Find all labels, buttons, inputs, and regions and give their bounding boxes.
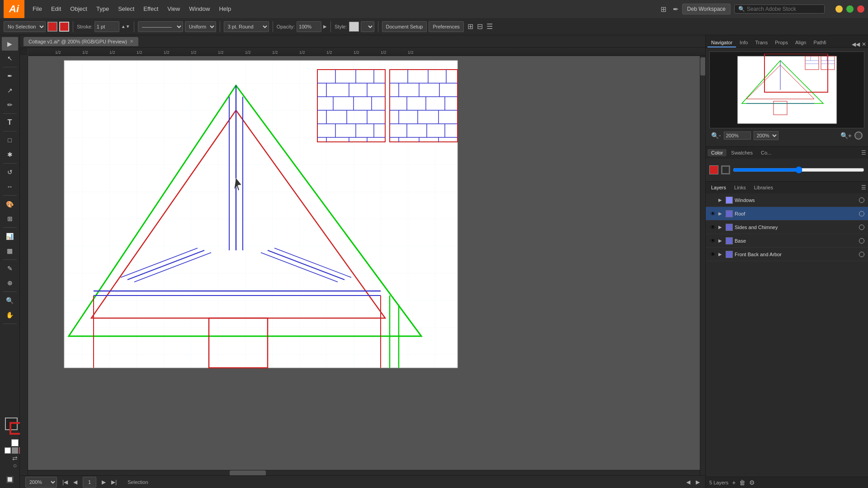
tool-chart[interactable]: 📊 xyxy=(2,230,18,243)
artboard-area[interactable] xyxy=(28,56,705,475)
stroke-color-swatch[interactable] xyxy=(59,22,69,32)
workspace-button[interactable]: Deb Workspace xyxy=(682,4,731,14)
layer-target-windows[interactable] xyxy=(859,197,864,203)
tool-star[interactable]: ✱ xyxy=(2,148,18,161)
nav-next[interactable]: ▶ xyxy=(102,479,106,485)
tool-rotate[interactable]: ↺ xyxy=(2,165,18,179)
maximize-button[interactable] xyxy=(846,5,854,13)
zoom-dropdown[interactable]: 200% 100% 75% 50% xyxy=(754,131,778,140)
icon-swap[interactable]: ⇄ xyxy=(4,455,20,462)
menu-type[interactable]: Type xyxy=(92,0,113,18)
zoom-select-status[interactable]: 200% xyxy=(25,477,57,488)
icon-menu[interactable]: ☰ xyxy=(486,22,493,31)
layer-visibility-windows[interactable] xyxy=(709,197,717,204)
selection-mode-select[interactable]: No Selection xyxy=(4,21,46,32)
round-select[interactable]: 3 pt. Round xyxy=(224,21,269,32)
tool-artboard[interactable]: 🔲 xyxy=(2,473,18,486)
nav-color-wheel[interactable] xyxy=(854,131,863,140)
document-setup-button[interactable]: Document Setup xyxy=(382,21,427,32)
tool-hand[interactable]: ✋ xyxy=(2,308,18,322)
uniform-select[interactable]: Uniform xyxy=(185,21,216,32)
layer-row-sides[interactable]: 👁 ▶ Sides and Chimney xyxy=(706,221,868,234)
menu-effect[interactable]: Effect xyxy=(139,0,163,18)
tab-swatches[interactable]: Swatches xyxy=(727,149,756,156)
tool-grid[interactable]: ▦ xyxy=(2,244,18,258)
stroke-width-input[interactable] xyxy=(94,21,119,32)
layer-expand-front[interactable]: ▶ xyxy=(718,252,724,257)
menu-select[interactable]: Select xyxy=(113,0,139,18)
tab-colorguide[interactable]: Co... xyxy=(757,149,775,156)
panel-collapse[interactable]: ◀◀ xyxy=(852,41,860,47)
nav-zoom-in[interactable]: 🔍+ xyxy=(840,132,852,139)
tab-libraries[interactable]: Libraries xyxy=(750,184,777,191)
layer-target-front[interactable] xyxy=(859,252,864,257)
layer-target-roof[interactable] xyxy=(859,211,864,216)
nav-first[interactable]: |◀ xyxy=(62,479,68,485)
nav-last[interactable]: ▶| xyxy=(111,479,117,485)
color-fill-display[interactable] xyxy=(709,165,718,174)
panel-menu[interactable]: ✕ xyxy=(862,41,866,47)
tool-zoom[interactable]: 🔍 xyxy=(2,294,18,307)
zoom-input[interactable] xyxy=(724,131,751,140)
tool-eyedropper[interactable]: ✎ xyxy=(2,262,18,275)
layer-row-windows[interactable]: ▶ Windows xyxy=(706,193,868,207)
layer-row-base[interactable]: 👁 ▶ Base xyxy=(706,234,868,248)
color-fill-white[interactable] xyxy=(5,447,11,454)
layer-row-roof[interactable]: 👁 ▶ Roof xyxy=(706,207,868,221)
nav-prev[interactable]: ◀ xyxy=(73,479,77,485)
preferences-button[interactable]: Preferences xyxy=(429,21,463,32)
tool-rect[interactable]: □ xyxy=(2,133,18,147)
add-layer-button[interactable]: + xyxy=(732,479,736,486)
tool-blend[interactable]: ⊕ xyxy=(2,276,18,290)
menu-window[interactable]: Window xyxy=(184,0,214,18)
fill-color-swatch[interactable] xyxy=(47,22,57,32)
color-panel-menu[interactable]: ☰ xyxy=(861,150,866,156)
layer-visibility-roof[interactable]: 👁 xyxy=(709,210,717,217)
menu-object[interactable]: Object xyxy=(66,0,92,18)
nav-zoom-out[interactable]: 🔍- xyxy=(711,132,721,139)
tab-close-button[interactable]: ✕ xyxy=(130,39,133,44)
tab-layers[interactable]: Layers xyxy=(708,184,730,191)
layers-panel-menu[interactable]: ☰ xyxy=(861,184,866,191)
tool-mesh[interactable]: ⊞ xyxy=(2,212,18,225)
tab-properties[interactable]: Props xyxy=(771,38,792,47)
scroll-right[interactable]: ▶ xyxy=(696,479,700,485)
icon-align[interactable]: ⊞ xyxy=(467,22,473,31)
menu-file[interactable]: File xyxy=(28,0,47,18)
style-select[interactable] xyxy=(361,21,374,32)
tab-color[interactable]: Color xyxy=(708,149,726,156)
tool-pen[interactable]: ✒ xyxy=(2,69,18,83)
layer-visibility-front[interactable]: 👁 xyxy=(709,251,717,258)
page-input[interactable] xyxy=(83,477,96,488)
document-tab[interactable]: Cottage v1.ai* @ 200% (RGB/GPU Preview) … xyxy=(24,37,138,46)
layer-options[interactable]: ⚙ xyxy=(749,479,755,486)
tool-direct-selection[interactable]: ↖ xyxy=(2,52,18,65)
tab-links[interactable]: Links xyxy=(731,184,750,191)
menu-edit[interactable]: Edit xyxy=(47,0,66,18)
layer-expand-windows[interactable]: ▶ xyxy=(718,197,724,202)
color-stroke-display[interactable] xyxy=(721,165,730,174)
color-slider[interactable] xyxy=(733,166,864,174)
layer-expand-sides[interactable]: ▶ xyxy=(718,225,724,230)
stroke-style-select[interactable]: —————— xyxy=(138,21,183,32)
tab-pathfinder[interactable]: Pathfi xyxy=(810,38,830,47)
tool-selection[interactable]: ▶ xyxy=(2,37,18,51)
layer-visibility-base[interactable]: 👁 xyxy=(709,237,717,244)
opacity-arrow[interactable]: ▶ xyxy=(323,24,327,29)
tab-navigator[interactable]: Navigator xyxy=(708,38,736,47)
tool-pencil[interactable]: ✏ xyxy=(2,98,18,112)
tab-transform[interactable]: Trans xyxy=(751,38,771,47)
tool-curvature[interactable]: ↗ xyxy=(2,84,18,97)
layer-expand-roof[interactable]: ▶ xyxy=(718,211,724,216)
scrollbar-horizontal[interactable] xyxy=(28,470,700,475)
nav-preview[interactable] xyxy=(709,52,864,128)
tool-type[interactable]: T xyxy=(2,116,18,129)
layer-visibility-sides[interactable]: 👁 xyxy=(709,224,717,231)
icon-circle-fill[interactable]: ○ xyxy=(4,462,20,469)
scrollbar-vertical[interactable] xyxy=(700,56,705,475)
tab-align[interactable]: Align xyxy=(792,38,810,47)
minimize-button[interactable] xyxy=(835,5,843,13)
style-color-swatch[interactable] xyxy=(349,22,359,32)
tool-reflect[interactable]: ↔ xyxy=(2,180,18,193)
layer-target-sides[interactable] xyxy=(859,225,864,230)
